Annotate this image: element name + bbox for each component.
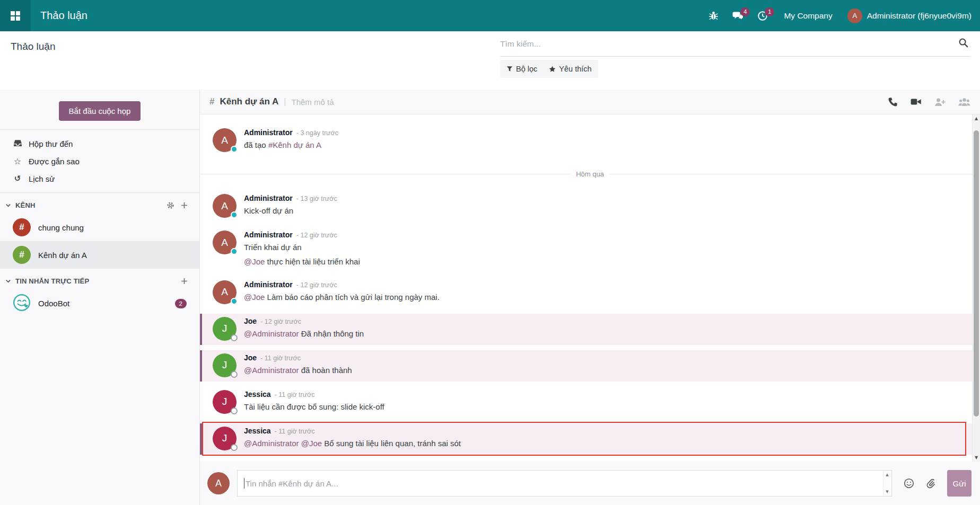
dm-section-header[interactable]: TIN NHẮN TRỰC TIẾP <box>0 269 199 289</box>
message-author[interactable]: Administrator <box>244 280 293 289</box>
mention-link[interactable]: #Kênh dự án A <box>268 140 321 149</box>
avatar[interactable]: A <box>213 128 237 152</box>
channel-title[interactable]: Kênh dự án A <box>220 96 278 107</box>
add-channel-plus-icon[interactable] <box>181 202 188 209</box>
debug-bug-icon[interactable] <box>703 6 724 25</box>
search-input[interactable] <box>500 39 958 49</box>
composer-avatar: A <box>207 472 230 494</box>
header-separator: | <box>284 97 286 107</box>
message-list: AAdministrator- 3 ngày trướcđã tạo #Kênh… <box>200 114 980 462</box>
message-row[interactable]: AAdministrator- 12 giờ trướcTriển khai d… <box>200 227 980 272</box>
inbox-icon <box>13 139 22 149</box>
mention-link[interactable]: @Administrator <box>244 366 299 375</box>
composer-avatar-initial: A <box>215 478 222 489</box>
avatar[interactable]: J <box>213 353 237 377</box>
search-icon[interactable] <box>958 38 968 50</box>
message-row[interactable]: JJoe- 11 giờ trước@Administrator đã hoàn… <box>200 350 980 382</box>
systray: 4 1 My Company A Administrator (fj6nyue0… <box>703 6 980 25</box>
message-text: @Administrator Đã nhận thông tin <box>244 328 364 340</box>
message-time: - 11 giờ trước <box>275 391 315 398</box>
avatar[interactable]: J <box>213 390 237 414</box>
filters-button[interactable]: Bộ lọc <box>506 65 537 73</box>
mention-link[interactable]: @Administrator <box>244 439 299 448</box>
message-header: Administrator- 12 giờ trước <box>244 280 440 289</box>
message-author[interactable]: Administrator <box>244 128 293 137</box>
text-segment: đã tạo <box>244 140 268 149</box>
add-member-icon[interactable] <box>934 97 946 107</box>
favorites-button[interactable]: Yêu thích <box>549 65 591 73</box>
message-time: - 3 ngày trước <box>296 129 338 137</box>
channel-description-placeholder[interactable]: Thêm mô tả <box>291 98 334 107</box>
message-row[interactable]: JJoe- 12 giờ trước@Administrator Đã nhận… <box>200 314 980 345</box>
composer-scrollbar[interactable]: ▲▼ <box>883 471 891 495</box>
scrollbar-down-arrow[interactable]: ▼ <box>973 454 980 462</box>
scrollbar-thumb[interactable] <box>974 130 979 417</box>
odoobot-avatar <box>13 294 31 313</box>
main-content: Bắt đầu cuộc họp Hộp thư đến☆Được gắn sa… <box>0 90 980 505</box>
avatar[interactable]: J <box>213 427 237 450</box>
channel-item[interactable]: #chung chung <box>0 214 199 241</box>
date-divider: Hôm qua <box>200 170 980 178</box>
apps-menu-button[interactable] <box>0 0 31 31</box>
start-meeting-button[interactable]: Bắt đầu cuộc họp <box>59 101 141 121</box>
message-author[interactable]: Administrator <box>244 231 293 239</box>
activities-menu[interactable]: 1 <box>752 6 773 25</box>
status-dot-online <box>231 298 238 305</box>
emoji-icon[interactable] <box>904 478 914 489</box>
send-button[interactable]: Gửi <box>947 470 972 497</box>
company-switcher[interactable]: My Company <box>776 11 844 21</box>
message-author[interactable]: Administrator <box>244 194 293 202</box>
video-call-icon[interactable] <box>911 97 922 107</box>
mention-link[interactable]: @Joe <box>244 257 265 266</box>
sidebar-item-star[interactable]: ☆Được gắn sao <box>0 153 199 170</box>
text-segment: Kick-off dự án <box>244 206 293 215</box>
avatar[interactable]: A <box>213 194 237 218</box>
dm-item-odoobot[interactable]: OdooBot2 <box>0 289 199 317</box>
scrollbar-up-arrow[interactable]: ▲ <box>973 114 980 122</box>
message-row[interactable]: AAdministrator- 3 ngày trướcđã tạo #Kênh… <box>200 125 980 156</box>
messages-scrollbar[interactable]: ▲ ▼ <box>972 114 980 462</box>
add-dm-plus-icon[interactable] <box>181 278 188 285</box>
message-header: Administrator- 12 giờ trước <box>244 231 360 239</box>
message-header: Administrator- 3 ngày trước <box>244 128 338 137</box>
channel-item[interactable]: #Kênh dự án A <box>0 241 199 269</box>
message-row[interactable]: JJessica- 11 giờ trướcTài liệu cần được … <box>200 387 980 418</box>
user-menu[interactable]: A Administrator (fj6nyue0vi9m) <box>847 8 972 23</box>
channels-section-header[interactable]: KÊNH <box>0 193 199 214</box>
sidebar-item-inbox[interactable]: Hộp thư đến <box>0 135 199 153</box>
sidebar-item-history[interactable]: ↺Lịch sử <box>0 170 199 187</box>
sidebar-item-label: Được gắn sao <box>29 157 80 166</box>
message-author[interactable]: Joe <box>244 317 257 325</box>
attachment-paperclip-icon[interactable] <box>926 478 935 489</box>
message-text: Triển khai dự án <box>244 242 360 253</box>
avatar[interactable]: J <box>213 317 237 341</box>
message-author[interactable]: Joe <box>244 353 257 362</box>
channels-list: #chung chung#Kênh dự án A <box>0 214 199 269</box>
message-row[interactable]: AAdministrator- 12 giờ trước@Joe Làm báo… <box>200 277 980 308</box>
avatar[interactable]: A <box>213 280 237 304</box>
messages-menu[interactable]: 4 <box>727 6 749 25</box>
channel-settings-gear-icon[interactable] <box>167 201 174 209</box>
unread-badge: 2 <box>175 299 187 308</box>
message-author[interactable]: Jessica <box>244 427 271 435</box>
status-dot-online <box>231 146 238 153</box>
odoo-discuss-app: Thảo luận 4 <box>0 0 980 505</box>
app-title[interactable]: Thảo luận <box>40 10 88 22</box>
message-body: Joe- 11 giờ trước@Administrator đã hoàn … <box>244 353 352 377</box>
mention-link[interactable]: @Joe <box>301 439 322 448</box>
filter-funnel-icon <box>506 66 513 72</box>
phone-call-icon[interactable] <box>888 97 898 107</box>
members-list-icon[interactable] <box>958 97 970 107</box>
message-row[interactable]: JJessica- 11 giờ trước@Administrator @Jo… <box>200 423 980 455</box>
thread-header: # Kênh dự án A | Thêm mô tả <box>200 90 980 114</box>
message-author[interactable]: Jessica <box>244 390 271 398</box>
avatar[interactable]: A <box>213 231 237 254</box>
message-row[interactable]: AAdministrator- 13 giờ trướcKick-off dự … <box>200 191 980 222</box>
mention-link[interactable]: @Administrator <box>244 329 299 338</box>
channel-hash-icon: # <box>209 96 214 107</box>
status-dot-online <box>231 248 238 255</box>
message-text: đã tạo #Kênh dự án A <box>244 139 338 151</box>
message-input[interactable] <box>244 479 891 488</box>
star-icon: ☆ <box>13 156 22 166</box>
mention-link[interactable]: @Joe <box>244 293 265 302</box>
